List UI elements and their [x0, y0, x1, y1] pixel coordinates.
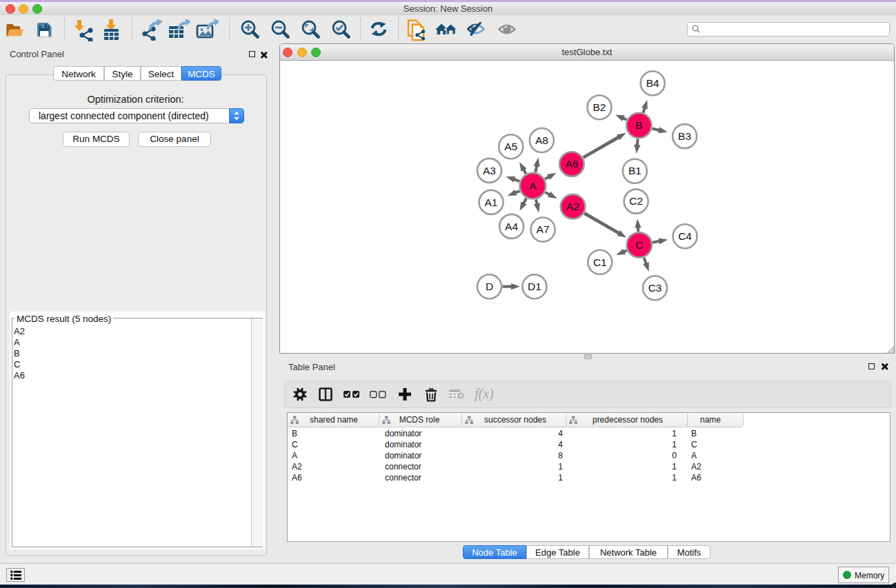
svg-text:C1: C1: [593, 256, 607, 268]
svg-text:B2: B2: [593, 101, 606, 113]
svg-text:D: D: [486, 281, 493, 292]
svg-text:C2: C2: [629, 195, 643, 207]
svg-text:A2: A2: [566, 201, 579, 212]
svg-text:B1: B1: [628, 165, 641, 176]
svg-text:A5: A5: [504, 141, 517, 152]
svg-text:D1: D1: [528, 281, 541, 292]
svg-text:B: B: [635, 119, 642, 131]
svg-text:C3: C3: [648, 282, 662, 294]
svg-text:A8: A8: [535, 134, 548, 146]
svg-text:A3: A3: [483, 165, 496, 176]
svg-text:C: C: [635, 239, 643, 251]
svg-text:A6: A6: [565, 158, 578, 170]
svg-text:C4: C4: [678, 230, 692, 242]
svg-text:A: A: [529, 180, 537, 192]
svg-text:B3: B3: [678, 130, 691, 142]
svg-text:A7: A7: [537, 223, 550, 235]
svg-text:A1: A1: [485, 196, 498, 208]
svg-text:B4: B4: [646, 77, 659, 89]
svg-text:A4: A4: [505, 221, 518, 232]
